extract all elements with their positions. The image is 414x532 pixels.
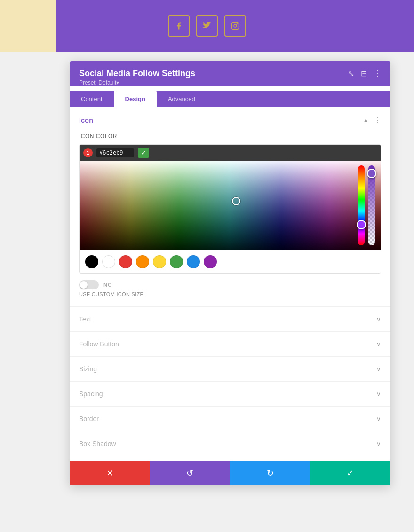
twitter-icon-preview xyxy=(196,15,218,37)
color-picker: 1 ✓ xyxy=(79,144,381,274)
follow-button-section[interactable]: Follow Button ∨ xyxy=(70,332,390,357)
cancel-button[interactable]: ✕ xyxy=(70,461,150,485)
border-section-title: Border xyxy=(79,415,99,422)
swatch-orange[interactable] xyxy=(136,255,149,268)
split-icon[interactable]: ⊟ xyxy=(361,69,367,78)
custom-size-label: Use Custom Icon Size xyxy=(79,291,381,297)
icon-section-header[interactable]: Icon ▲ ⋮ xyxy=(70,107,390,133)
border-section[interactable]: Border ∨ xyxy=(70,407,390,431)
action-bar: ✕ ↺ ↻ ✓ xyxy=(70,461,390,485)
panel-body: Icon ▲ ⋮ Icon Color 1 ✓ xyxy=(70,107,390,461)
swatches-row xyxy=(80,250,381,273)
panel-header-icons: ⤡ ⊟ ⋮ xyxy=(348,69,381,78)
svg-rect-0 xyxy=(232,23,239,30)
more-icon[interactable]: ⋮ xyxy=(374,69,381,78)
box-shadow-section-title: Box Shadow xyxy=(79,440,116,447)
spacing-section-title: Spacing xyxy=(79,390,103,398)
resize-icon[interactable]: ⤡ xyxy=(348,69,354,78)
color-cursor[interactable] xyxy=(232,197,240,205)
redo-button[interactable]: ↻ xyxy=(230,461,310,485)
instagram-icon-preview xyxy=(224,15,246,37)
facebook-icon-preview xyxy=(168,15,190,37)
custom-size-row: NO xyxy=(79,280,381,289)
swatch-yellow[interactable] xyxy=(153,255,166,268)
swatch-black[interactable] xyxy=(85,255,98,268)
border-section-chevron[interactable]: ∨ xyxy=(376,415,381,422)
text-section-title: Text xyxy=(79,315,91,323)
hue-slider-thumb[interactable] xyxy=(357,220,366,229)
tab-design[interactable]: Design xyxy=(114,91,157,107)
box-shadow-section-chevron[interactable]: ∨ xyxy=(376,440,381,447)
alpha-slider-thumb[interactable] xyxy=(367,169,376,178)
color-confirm-button[interactable]: ✓ xyxy=(138,148,149,158)
hue-slider[interactable] xyxy=(358,165,365,245)
color-input-row: 1 ✓ xyxy=(80,145,381,161)
tab-advanced[interactable]: Advanced xyxy=(157,91,207,107)
svg-point-1 xyxy=(234,24,237,27)
bottom-spacer xyxy=(70,456,390,461)
icon-section-collapse-icon[interactable]: ▲ xyxy=(363,117,369,124)
alpha-slider[interactable] xyxy=(368,165,375,245)
box-shadow-section[interactable]: Box Shadow ∨ xyxy=(70,431,390,456)
icon-section-title: Icon xyxy=(79,117,93,124)
tabs-bar: Content Design Advanced xyxy=(70,91,390,107)
svg-point-2 xyxy=(237,24,238,24)
settings-panel: Social Media Follow Settings ⤡ ⊟ ⋮ Prese… xyxy=(70,61,390,485)
step-badge: 1 xyxy=(83,148,93,157)
save-button[interactable]: ✓ xyxy=(310,461,391,485)
tab-content[interactable]: Content xyxy=(70,91,114,107)
follow-button-section-chevron[interactable]: ∨ xyxy=(376,341,381,348)
custom-size-toggle[interactable] xyxy=(79,280,99,289)
text-section-chevron[interactable]: ∨ xyxy=(376,316,381,323)
panel-header: Social Media Follow Settings ⤡ ⊟ ⋮ Prese… xyxy=(70,61,390,86)
sizing-section-chevron[interactable]: ∨ xyxy=(376,366,381,373)
spacing-section-chevron[interactable]: ∨ xyxy=(376,391,381,398)
follow-button-section-title: Follow Button xyxy=(79,340,119,348)
icon-section: Icon ▲ ⋮ Icon Color 1 ✓ xyxy=(70,107,390,307)
toggle-thumb xyxy=(80,281,88,289)
gradient-field[interactable] xyxy=(80,161,381,250)
preview-area xyxy=(0,0,414,52)
icon-section-icons: ▲ ⋮ xyxy=(363,116,381,125)
sizing-section-title: Sizing xyxy=(79,365,97,373)
swatch-blue[interactable] xyxy=(187,255,200,268)
swatch-green[interactable] xyxy=(170,255,183,268)
panel-preset[interactable]: Preset: Default▾ xyxy=(79,79,381,86)
panel-title: Social Media Follow Settings xyxy=(79,69,195,78)
spacing-section[interactable]: Spacing ∨ xyxy=(70,382,390,407)
preview-left-bg xyxy=(0,0,56,52)
sizing-section[interactable]: Sizing ∨ xyxy=(70,357,390,382)
undo-button[interactable]: ↺ xyxy=(150,461,231,485)
icon-section-content: Icon Color 1 ✓ xyxy=(70,133,390,306)
icon-section-menu-icon[interactable]: ⋮ xyxy=(374,116,381,125)
icon-color-label: Icon Color xyxy=(79,133,381,140)
color-hex-input[interactable] xyxy=(96,148,134,157)
swatch-red[interactable] xyxy=(119,255,132,268)
toggle-no-label: NO xyxy=(104,282,112,288)
swatch-white[interactable] xyxy=(102,255,115,268)
swatch-purple[interactable] xyxy=(204,255,217,268)
text-section[interactable]: Text ∨ xyxy=(70,307,390,332)
